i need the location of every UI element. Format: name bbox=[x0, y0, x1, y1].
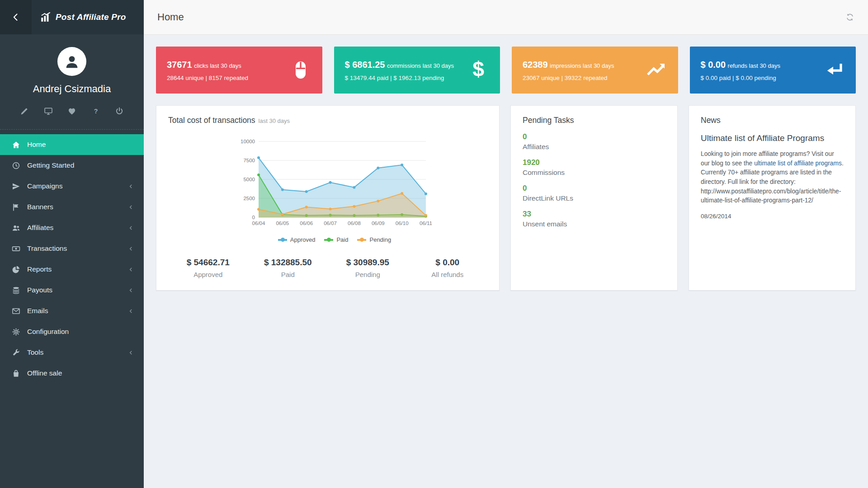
return-arrow-icon bbox=[823, 59, 845, 81]
home-icon bbox=[12, 141, 20, 149]
monitor-icon[interactable] bbox=[44, 107, 53, 116]
stat-card-commissions[interactable]: $ 6861.25 commissions last 30 days $ 134… bbox=[334, 47, 500, 94]
svg-text:06/06: 06/06 bbox=[300, 221, 313, 226]
sidebar-item-home[interactable]: Home bbox=[0, 134, 144, 155]
quick-actions: ? bbox=[0, 107, 144, 116]
sidebar-menu: Home Getting Started Campaigns Banners A bbox=[0, 134, 144, 384]
flag-icon bbox=[12, 203, 20, 211]
task-count: 33 bbox=[523, 210, 665, 219]
task-affiliates[interactable]: 0 Affiliates bbox=[523, 132, 665, 151]
trend-line-icon bbox=[646, 59, 667, 81]
users-icon bbox=[12, 224, 20, 232]
svg-text:7500: 7500 bbox=[243, 158, 255, 163]
transactions-chart-panel: Total cost of transactionslast 30 days 0… bbox=[156, 105, 500, 291]
total-value: $ 132885.50 bbox=[248, 258, 328, 267]
total-paid: $ 132885.50 Paid bbox=[248, 258, 328, 278]
question-icon[interactable]: ? bbox=[91, 107, 100, 116]
task-directlink-urls[interactable]: 0 DirectLink URLs bbox=[523, 184, 665, 202]
task-unsent-emails[interactable]: 33 Unsent emails bbox=[523, 210, 665, 228]
sidebar-item-tools[interactable]: Tools bbox=[0, 342, 144, 363]
svg-text:06/10: 06/10 bbox=[396, 221, 409, 226]
tasks-panel-title: Pending Tasks bbox=[523, 116, 665, 125]
chevron-left-icon bbox=[128, 267, 134, 272]
stat-sub: 28644 unique | 8157 repeated bbox=[167, 75, 248, 81]
panels-row: Total cost of transactionslast 30 days 0… bbox=[156, 105, 856, 291]
sidebar-item-banners[interactable]: Banners bbox=[0, 197, 144, 217]
app-root: Post Affiliate Pro Andrej Csizmadia ? Ho… bbox=[0, 0, 868, 488]
sidebar-item-transactions[interactable]: Transactions bbox=[0, 238, 144, 259]
svg-text:06/08: 06/08 bbox=[348, 221, 361, 226]
stat-card-impressions[interactable]: 62389 impressions last 30 days 23067 uni… bbox=[512, 47, 678, 94]
sidebar-item-label: Tools bbox=[27, 348, 128, 357]
sidebar-item-label: Getting Started bbox=[27, 161, 128, 169]
svg-text:5000: 5000 bbox=[243, 177, 255, 182]
pie-chart-icon bbox=[12, 265, 20, 274]
chart-legend: ApprovedPaidPending bbox=[235, 236, 434, 243]
stat-value: 37671 bbox=[167, 60, 192, 70]
news-date: 08/26/2014 bbox=[701, 213, 844, 220]
news-panel-title: News bbox=[701, 116, 844, 125]
money-icon bbox=[12, 244, 20, 253]
chart-panel-title: Total cost of transactionslast 30 days bbox=[168, 116, 487, 125]
heart-icon[interactable] bbox=[67, 107, 76, 116]
sidebar-item-configuration[interactable]: Configuration bbox=[0, 321, 144, 342]
sidebar-item-reports[interactable]: Reports bbox=[0, 259, 144, 280]
task-count: 0 bbox=[523, 132, 665, 141]
svg-text:10000: 10000 bbox=[241, 139, 255, 144]
sidebar-item-label: Campaigns bbox=[27, 182, 128, 190]
legend-label: Approved bbox=[290, 236, 316, 243]
svg-text:06/04: 06/04 bbox=[252, 221, 265, 226]
task-commissions[interactable]: 1920 Commissions bbox=[523, 158, 665, 177]
task-label: Commissions bbox=[523, 169, 665, 177]
chevron-left-icon bbox=[128, 225, 134, 231]
stat-sub: 23067 unique | 39322 repeated bbox=[523, 75, 614, 81]
back-button[interactable] bbox=[0, 0, 32, 34]
legend-item: Paid bbox=[324, 236, 348, 243]
gear-icon bbox=[12, 328, 20, 336]
sidebar-item-label: Affiliates bbox=[27, 224, 128, 232]
wrench-icon bbox=[12, 348, 20, 357]
pending-tasks-panel: Pending Tasks 0 Affiliates 1920 Commissi… bbox=[510, 105, 678, 291]
logo-text: Post Affiliate Pro bbox=[56, 12, 126, 22]
stat-text: $ 6861.25 commissions last 30 days $ 134… bbox=[345, 59, 459, 81]
chart-panel-subtitle: last 30 days bbox=[259, 117, 290, 124]
sidebar-item-label: Configuration bbox=[27, 328, 128, 336]
task-label: Unsent emails bbox=[523, 220, 665, 228]
stat-sub: $ 0.00 paid | $ 0.00 pending bbox=[701, 75, 780, 81]
sidebar-item-campaigns[interactable]: Campaigns bbox=[0, 176, 144, 197]
refresh-icon[interactable] bbox=[845, 13, 854, 22]
sidebar-item-payouts[interactable]: Payouts bbox=[0, 280, 144, 300]
chevron-left-icon bbox=[128, 204, 134, 210]
sidebar-item-offline-sale[interactable]: Offline sale bbox=[0, 363, 144, 384]
sidebar-header: Post Affiliate Pro bbox=[0, 0, 144, 34]
total-value: $ 0.00 bbox=[408, 258, 488, 267]
stat-card-clicks[interactable]: 37671 clicks last 30 days 28644 unique |… bbox=[156, 47, 322, 94]
sidebar-item-emails[interactable]: Emails bbox=[0, 300, 144, 321]
total-label: Paid bbox=[248, 271, 328, 278]
sidebar-item-label: Payouts bbox=[27, 286, 128, 294]
envelope-icon bbox=[12, 307, 20, 315]
sidebar-item-getting-started[interactable]: Getting Started bbox=[0, 155, 144, 176]
task-label: DirectLink URLs bbox=[523, 194, 665, 202]
stat-text: 62389 impressions last 30 days 23067 uni… bbox=[523, 59, 618, 81]
svg-text:06/09: 06/09 bbox=[372, 221, 385, 226]
chart-wrap: 02500500075001000006/0406/0506/0606/0706… bbox=[235, 137, 434, 243]
total-label: Approved bbox=[168, 271, 248, 278]
task-count: 0 bbox=[523, 184, 665, 193]
power-icon[interactable] bbox=[115, 107, 124, 116]
chevron-left-icon bbox=[128, 183, 134, 189]
stat-label: commissions last 30 days bbox=[387, 62, 454, 69]
stat-card-refunds[interactable]: $ 0.00 refunds last 30 days $ 0.00 paid … bbox=[690, 47, 856, 94]
svg-text:06/05: 06/05 bbox=[276, 221, 289, 226]
top-bar: Home bbox=[144, 0, 868, 35]
stat-label: impressions last 30 days bbox=[550, 62, 614, 69]
main-area: Home 37671 clicks last 30 days 28644 uni… bbox=[144, 0, 868, 488]
pencil-icon[interactable] bbox=[20, 107, 29, 116]
dashboard-content: 37671 clicks last 30 days 28644 unique |… bbox=[144, 35, 868, 302]
chevron-left-icon bbox=[128, 308, 134, 314]
app-logo: Post Affiliate Pro bbox=[32, 0, 126, 34]
total-value: $ 54662.71 bbox=[168, 258, 248, 267]
chevron-left-icon bbox=[11, 13, 20, 22]
news-link[interactable]: ultimate list of affiliate programs bbox=[754, 160, 842, 167]
sidebar-item-affiliates[interactable]: Affiliates bbox=[0, 217, 144, 238]
